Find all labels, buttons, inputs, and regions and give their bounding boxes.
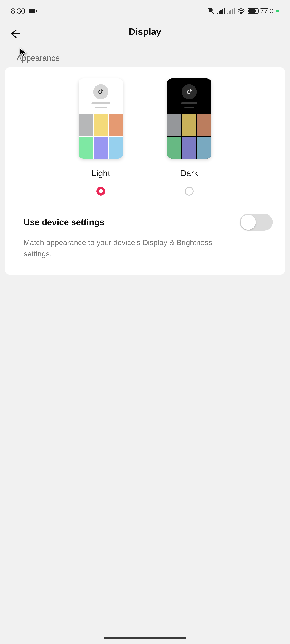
header: Display [0,22,290,41]
camera-icon [29,9,35,13]
use-device-settings-title: Use device settings [17,217,104,227]
use-device-settings-row: Use device settings [17,214,273,231]
clock: 8:30 [11,7,25,15]
battery-icon [248,8,258,14]
battery-percent: 77 [260,7,268,15]
status-left: 8:30 [11,7,35,15]
svg-point-1 [240,13,242,14]
arrow-left-icon [10,28,20,39]
tiktok-icon [93,84,108,99]
page-title: Display [129,26,161,37]
dark-label: Dark [180,168,198,178]
appearance-card: Light Dark Use device s [5,68,285,274]
light-radio[interactable] [96,187,105,196]
mute-icon [207,7,215,15]
back-button[interactable] [8,27,22,41]
wifi-icon [237,8,245,14]
battery-indicator: 77% [248,7,279,15]
section-label: Appearance [0,41,290,68]
battery-percent-sign: % [270,8,274,14]
status-bar: 8:30 77% [0,0,290,22]
toggle-knob [240,214,256,230]
appearance-options: Light Dark [17,78,273,202]
dark-radio[interactable] [185,187,194,196]
signal-icon [217,8,225,14]
signal-secondary-icon [227,8,235,14]
dark-preview [167,78,211,159]
light-preview [79,78,123,159]
recording-dot-icon [276,10,279,12]
use-device-settings-description: Match appearance to your device's Displa… [17,237,238,260]
tiktok-icon [182,84,197,99]
home-indicator[interactable] [104,637,186,639]
appearance-option-light[interactable]: Light [79,78,123,196]
status-right: 77% [207,7,279,15]
use-device-settings-toggle[interactable] [240,214,273,231]
appearance-option-dark[interactable]: Dark [167,78,211,196]
light-label: Light [91,168,110,178]
